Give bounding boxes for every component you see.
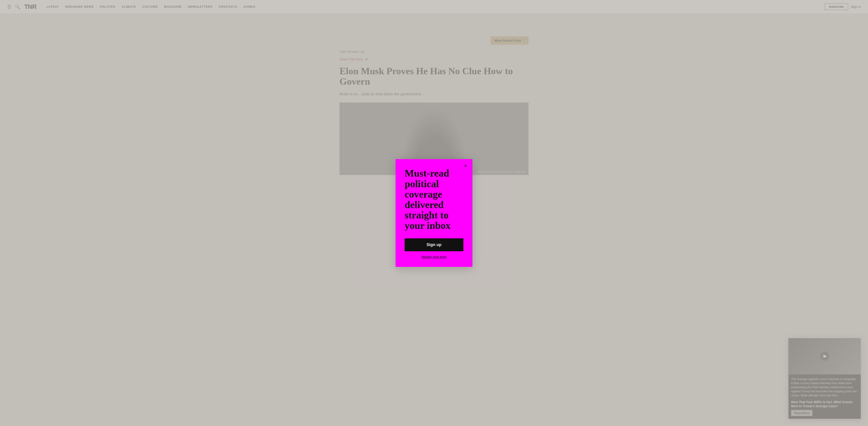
modal-maybe-button[interactable]: Maybe next time [405,255,463,259]
modal-headline: Must-read political coverage delivered s… [405,168,463,231]
modal-close-button[interactable]: × [463,163,469,169]
modal-overlay[interactable]: × Must-read political coverage delivered… [0,0,868,426]
email-signup-modal: × Must-read political coverage delivered… [396,159,472,267]
modal-signup-button[interactable]: Sign up [405,238,463,251]
